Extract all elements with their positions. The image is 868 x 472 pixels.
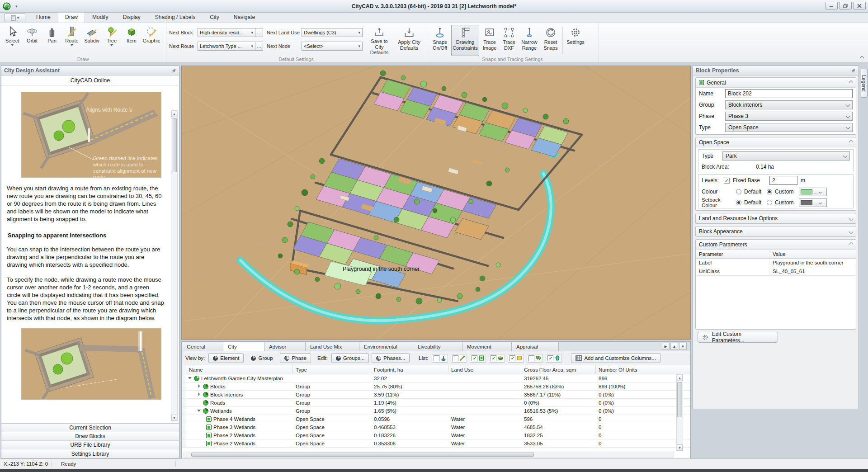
- pin-icon[interactable]: [171, 68, 176, 73]
- tab-home[interactable]: Home: [29, 12, 58, 23]
- tab-scroll-right-button[interactable]: ▶: [662, 343, 670, 350]
- tab-city[interactable]: City: [203, 12, 226, 23]
- list-filter-items[interactable]: ✓: [546, 354, 562, 363]
- table-row[interactable]: Phase 2 Wetlands Open Space 0.353306 Wat…: [182, 439, 690, 448]
- value-column-header[interactable]: Value: [769, 250, 856, 258]
- next-route-more-button[interactable]: …: [255, 42, 263, 51]
- tab-environmental[interactable]: Environmental: [359, 342, 413, 351]
- trees-checkbox[interactable]: [528, 355, 534, 361]
- orbit-tool-button[interactable]: Orbit: [23, 25, 42, 56]
- application-menu-button[interactable]: ▾: [5, 13, 25, 22]
- tab-display[interactable]: Display: [115, 12, 147, 23]
- setback-default-radio[interactable]: [736, 200, 741, 205]
- open-space-type-select[interactable]: Park: [722, 151, 850, 160]
- close-button[interactable]: [853, 2, 866, 9]
- tab-movement[interactable]: Movement: [462, 342, 512, 351]
- table-row[interactable]: Block interiors Group 3.59 (11%) 35867.1…: [182, 391, 690, 399]
- panel-scroll-up-button[interactable]: ▲: [670, 343, 678, 350]
- tab-navigate[interactable]: Navigate: [226, 12, 262, 23]
- list-filter-nodes[interactable]: [432, 354, 448, 363]
- restore-button[interactable]: [839, 2, 852, 9]
- list-filter-annotations[interactable]: ✓: [508, 354, 524, 363]
- table-row[interactable]: Letchworth Garden City Masterplan 32.02 …: [182, 374, 690, 382]
- scroll-up-button[interactable]: ▲: [677, 375, 683, 381]
- narrow-range-button[interactable]: Narrow Range: [519, 25, 540, 56]
- subdivisions-checkbox[interactable]: ✓: [491, 355, 496, 361]
- tab-land-use-mix[interactable]: Land Use Mix: [305, 342, 359, 351]
- scrollbar-thumb[interactable]: [677, 382, 682, 417]
- column-header-units[interactable]: Number Of Units: [596, 365, 678, 374]
- list-filter-routes[interactable]: [451, 354, 467, 363]
- settings-library-button[interactable]: Settings Library: [1, 449, 179, 458]
- section-open-space-header[interactable]: Open Space: [696, 137, 856, 147]
- section-general-header[interactable]: General: [696, 78, 856, 88]
- column-header-name[interactable]: Name: [186, 365, 293, 374]
- trace-dxf-button[interactable]: Trace DXF: [500, 25, 518, 56]
- edit-phases-button[interactable]: Phases...: [372, 353, 410, 363]
- table-row[interactable]: Wetlands Group 1.65 (5%) 16516.53 (5%) 0…: [182, 407, 690, 415]
- param-row-label[interactable]: Label Playground in the south corner: [696, 259, 856, 267]
- next-land-use-combo[interactable]: Dwellings (C3) ▾: [302, 28, 363, 37]
- pin-icon[interactable]: [851, 68, 856, 73]
- section-custom-parameters-header[interactable]: Custom Parameters: [696, 240, 856, 250]
- apply-city-defaults-button[interactable]: Apply City Defaults: [396, 25, 422, 56]
- table-row[interactable]: Phase 4 Wetlands Open Space 0.0596 Water…: [182, 415, 690, 423]
- next-route-combo[interactable]: Letchworth Type ... ▾: [198, 42, 255, 51]
- tab-advisor[interactable]: Advisor: [264, 342, 306, 351]
- scrollbar-thumb[interactable]: [172, 118, 177, 172]
- settings-button[interactable]: Settings: [565, 25, 586, 56]
- section-land-resource-header[interactable]: Land and Resource Use Options: [696, 213, 856, 223]
- block-phase-select[interactable]: Phase 3: [725, 112, 853, 121]
- table-row[interactable]: Roads Group 1.19 (4%) 0 (0%) 0 (0%): [182, 399, 690, 407]
- save-to-city-defaults-button[interactable]: Save to City Defaults: [366, 25, 392, 56]
- block-name-field[interactable]: [725, 89, 853, 98]
- column-header-gfa[interactable]: Gross Floor Area, sqm: [521, 365, 596, 374]
- colour-swatch-button[interactable]: ...: [799, 188, 827, 196]
- scroll-down-button[interactable]: ▼: [171, 415, 177, 421]
- table-vertical-scrollbar[interactable]: ▲ ▼: [676, 374, 683, 451]
- view-by-element-button[interactable]: Element: [208, 353, 244, 363]
- fixed-base-checkbox[interactable]: ✓: [724, 178, 730, 184]
- route-tool-button[interactable]: Route: [62, 25, 81, 56]
- assistant-scrollbar[interactable]: ▲ ▼: [171, 110, 178, 421]
- expand-section-icon[interactable]: [849, 216, 854, 221]
- table-row[interactable]: Phase 3 Wetlands Open Space 0.468553 Wat…: [182, 423, 690, 431]
- trace-image-button[interactable]: Trace Image: [480, 25, 500, 56]
- collapse-ribbon-icon[interactable]: [860, 56, 864, 61]
- minimize-button[interactable]: [825, 2, 838, 9]
- item-tool-button[interactable]: Item: [122, 25, 141, 56]
- current-selection-button[interactable]: Current Selection: [1, 424, 179, 432]
- next-node-combo[interactable]: <Select> ▾: [302, 42, 363, 51]
- edit-groups-button[interactable]: Groups...: [331, 353, 369, 363]
- graphic-tool-button[interactable]: Graphic: [142, 25, 161, 56]
- list-filter-subdivisions[interactable]: ✓: [489, 354, 505, 363]
- param-row-uniclass[interactable]: UniClass SL_40_05_61: [696, 267, 856, 276]
- annotations-checkbox[interactable]: ✓: [509, 355, 515, 361]
- pan-tool-button[interactable]: Pan: [42, 25, 61, 56]
- expand-section-icon[interactable]: [849, 229, 854, 234]
- tab-general[interactable]: General: [182, 342, 223, 351]
- blocks-checkbox[interactable]: ✓: [472, 355, 477, 361]
- list-filter-blocks[interactable]: ✓: [470, 354, 486, 363]
- tab-liveability[interactable]: Liveability: [413, 342, 462, 351]
- fixed-base-height-field[interactable]: [769, 176, 797, 185]
- collapse-section-icon[interactable]: [849, 242, 854, 247]
- view-by-phase-button[interactable]: Phase: [280, 353, 311, 363]
- tab-appraisal[interactable]: Appraisal: [511, 342, 559, 351]
- subdiv-tool-button[interactable]: Subdiv: [82, 25, 101, 56]
- colour-custom-radio[interactable]: [767, 189, 772, 194]
- table-horizontal-scrollbar[interactable]: [184, 452, 674, 458]
- tab-draw[interactable]: Draw: [58, 12, 85, 23]
- drawing-constraints-button[interactable]: Drawing Constraints: [451, 25, 479, 56]
- tab-shading-labels[interactable]: Shading / Labels: [148, 12, 203, 23]
- scroll-up-button[interactable]: ▲: [171, 111, 177, 117]
- view-by-group-button[interactable]: Group: [246, 353, 277, 363]
- expand-collapse-icon[interactable]: [197, 392, 201, 396]
- column-header-land-use[interactable]: Land Use: [448, 365, 521, 374]
- block-group-select[interactable]: Block interiors: [725, 100, 853, 109]
- column-header-footprint[interactable]: Footprint, ha: [371, 365, 448, 374]
- collapse-section-icon[interactable]: [849, 80, 854, 85]
- routes-checkbox[interactable]: [453, 355, 458, 361]
- panel-scroll-down-button[interactable]: ▼: [679, 343, 687, 350]
- items-checkbox[interactable]: ✓: [547, 355, 553, 361]
